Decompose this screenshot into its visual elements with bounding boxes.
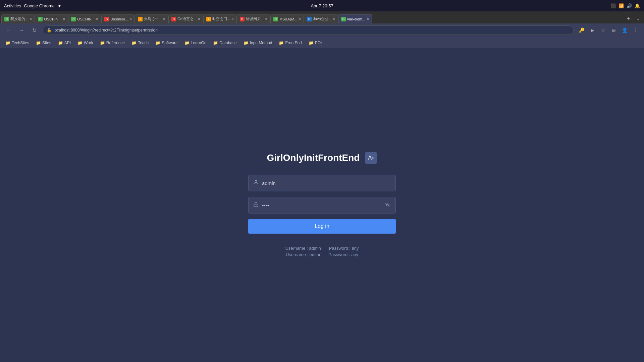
bookmark-learngo[interactable]: 📁 LearnGo <box>182 40 209 46</box>
translate-icon-label: A <box>368 155 372 161</box>
os-top-bar: Activities Google Chrome ▼ Apr 7 20:57 ⬛… <box>0 0 644 11</box>
tab-11-favicon: C <box>341 17 346 21</box>
bookmark-frontend[interactable]: 📁 FrontEnd <box>276 40 304 46</box>
username-input[interactable] <box>262 180 391 186</box>
media-icon[interactable]: ▶ <box>588 25 597 35</box>
hint1-user: Username : admin <box>285 246 321 251</box>
menu-icon[interactable]: ⋮ <box>631 25 640 35</box>
tab-9[interactable]: C MS&A(M... × <box>270 14 304 23</box>
svg-point-0 <box>255 180 257 182</box>
wifi-icon: 📶 <box>619 3 624 8</box>
tab-3[interactable]: C OSCHIN... × <box>68 14 101 23</box>
bookmark-database[interactable]: 📁 Database <box>210 40 239 46</box>
tab-6-close[interactable]: × <box>198 17 200 21</box>
tab-7-favicon: i <box>206 17 211 21</box>
bookmark-software-label: Software <box>162 41 177 45</box>
tab-5[interactable]: i 火鸟 (jen... × <box>135 14 168 23</box>
forward-button[interactable]: → <box>17 25 26 35</box>
address-bar: ← → ↻ 🔒 localhost:8000/#/login?redirect=… <box>0 23 644 37</box>
tab-10[interactable]: G Java企业... × <box>304 14 338 23</box>
secure-icon: 🔒 <box>47 28 52 33</box>
bookmark-reference[interactable]: 📁 Reference <box>97 40 127 46</box>
eye-slash-icon[interactable] <box>385 202 391 208</box>
tab-5-label: 火鸟 (jen... <box>144 16 162 21</box>
tab-11[interactable]: C vue-elem... × <box>338 14 372 23</box>
hint-row-2: Username : editor Password : any <box>286 252 358 257</box>
bookmark-inputmethod-label: InputMethod <box>250 41 272 45</box>
bookmarks-bar: 📁 TechSites 📁 Sites 📁 API 📁 Work 📁 Refer… <box>0 37 644 48</box>
folder-icon: 📁 <box>5 41 10 45</box>
tab-2-close[interactable]: × <box>63 17 65 21</box>
bookmark-sites[interactable]: 📁 Sites <box>33 40 54 46</box>
os-bar-left: Activities Google Chrome ▼ <box>4 3 62 8</box>
bookmark-inputmethod[interactable]: 📁 InputMethod <box>241 40 275 46</box>
tab-10-close[interactable]: × <box>333 17 335 21</box>
tab-9-favicon: C <box>273 17 278 21</box>
bookmark-techsites[interactable]: 📁 TechSites <box>3 40 32 46</box>
activities-label[interactable]: Activities <box>4 3 21 8</box>
tabs-overflow-button[interactable]: ⌄ <box>633 14 643 23</box>
password-form-group <box>248 197 396 214</box>
tab-6[interactable]: G Go语言之... × <box>168 14 203 23</box>
folder-icon: 📁 <box>131 41 137 45</box>
profile-icon[interactable]: 👤 <box>620 25 629 35</box>
bookmark-software[interactable]: 📁 Software <box>153 40 180 46</box>
bookmark-api[interactable]: 📁 API <box>55 40 73 46</box>
translate-icon-button[interactable]: A 文 <box>365 152 377 164</box>
bookmark-frontend-label: FrontEnd <box>285 41 302 45</box>
back-button[interactable]: ← <box>4 25 13 35</box>
new-tab-button[interactable]: + <box>624 14 633 23</box>
tab-5-favicon: i <box>138 17 143 21</box>
lock-icon <box>253 202 259 208</box>
tab-6-label: Go语言之... <box>177 16 197 21</box>
bookmark-poi-label: POI <box>315 41 322 45</box>
volume-icon: 🔊 <box>627 3 632 8</box>
hint1-pass: Password : any <box>329 246 359 251</box>
page-content: GirlOnlyInitFrontEnd A 文 <box>0 48 644 362</box>
app-title: GirlOnlyInitFrontEnd <box>267 153 360 163</box>
tab-7-label: 时空之门... <box>212 16 230 21</box>
notification-icon: 🔔 <box>635 3 640 8</box>
chevron-down-icon[interactable]: ▼ <box>57 3 62 8</box>
password-input[interactable] <box>262 202 381 208</box>
tab-11-close[interactable]: × <box>367 17 369 21</box>
bookmark-work[interactable]: 📁 Work <box>75 40 96 46</box>
tab-9-close[interactable]: × <box>299 17 301 21</box>
bookmark-teach-label: Teach <box>138 41 149 45</box>
bookmark-database-label: Database <box>219 41 236 45</box>
tab-8-favicon: G <box>240 17 245 21</box>
tab-8[interactable]: G 错误网关... × <box>237 14 270 23</box>
bookmark-star-icon[interactable]: ☆ <box>598 25 608 35</box>
tab-7[interactable]: i 时空之门... × <box>203 14 237 23</box>
refresh-button[interactable]: ↻ <box>30 25 39 35</box>
tab-4-label: Dashboa... <box>110 17 128 21</box>
bookmark-poi[interactable]: 📁 POI <box>306 40 325 46</box>
tab-1-close[interactable]: × <box>30 17 32 21</box>
tab-2[interactable]: C OSCHIN... × <box>35 14 68 23</box>
chrome-app-name[interactable]: Google Chrome <box>24 3 55 8</box>
bookmark-teach[interactable]: 📁 Teach <box>129 40 151 46</box>
folder-icon: 📁 <box>309 41 314 45</box>
bookmark-api-label: API <box>64 41 71 45</box>
tab-1[interactable]: C 我投递的... × <box>1 14 35 23</box>
tab-3-close[interactable]: × <box>96 17 98 21</box>
split-view-icon[interactable]: ⊞ <box>609 25 619 35</box>
tab-5-close[interactable]: × <box>163 17 165 21</box>
key-icon[interactable]: 🔑 <box>577 25 586 35</box>
hint2-pass: Password : any <box>328 252 358 257</box>
folder-icon: 📁 <box>244 41 249 45</box>
folder-icon: 📁 <box>36 41 41 45</box>
tab-4[interactable]: G Dashboa... × <box>101 14 135 23</box>
tab-8-close[interactable]: × <box>265 17 267 21</box>
url-bar[interactable]: 🔒 localhost:8000/#/login?redirect=%2Flin… <box>42 25 574 35</box>
svg-rect-1 <box>254 204 258 206</box>
hint2-user: Username : editor <box>286 252 320 257</box>
login-button[interactable]: Log in <box>248 219 396 234</box>
tab-9-label: MS&A(M... <box>279 17 297 21</box>
tab-10-label: Java企业... <box>313 16 331 21</box>
tab-7-close[interactable]: × <box>231 17 234 21</box>
username-input-wrapper <box>248 175 396 191</box>
tab-4-close[interactable]: × <box>129 17 132 21</box>
tab-10-favicon: G <box>307 17 312 21</box>
bookmark-work-label: Work <box>84 41 93 45</box>
